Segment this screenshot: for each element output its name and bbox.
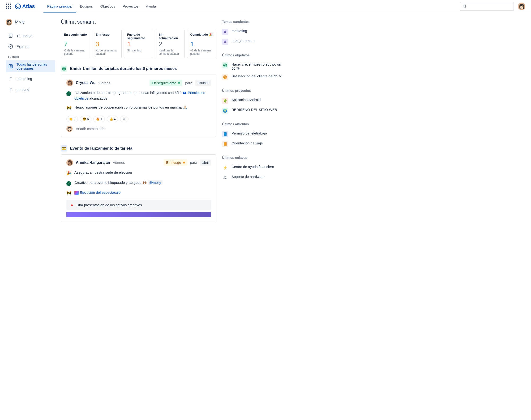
- search-input[interactable]: [460, 2, 514, 11]
- header-left: Atlas Página principal Equipos Objetivos…: [6, 0, 160, 13]
- nav-projects[interactable]: Proyectos: [119, 0, 142, 13]
- sidebar-user[interactable]: 👩🏻 Molly: [6, 19, 55, 26]
- hot-topic-label: trabajo-remoto: [231, 39, 255, 43]
- feed-section-head[interactable]: 💳 Evento de lanzamiento de tarjeta: [61, 145, 216, 151]
- feed-icon: [8, 64, 13, 69]
- update-line: 🎉Asegurada nuestra sede de elección: [66, 170, 211, 177]
- goal-item[interactable]: Satisfacción del cliente del 95 %: [222, 72, 283, 82]
- item-icon: ⚡: [222, 165, 228, 171]
- hash-icon: #: [8, 87, 13, 92]
- nav-home[interactable]: Página principal: [44, 0, 76, 13]
- nav-goals[interactable]: Objetivos: [97, 0, 119, 13]
- main-content: Última semana En seguimiento 7 -2 de la …: [61, 19, 216, 231]
- stats-row: En seguimiento 7 -2 de la semana pasadaE…: [61, 30, 216, 58]
- sidebar-tag-marketing[interactable]: # marketing: [6, 74, 55, 83]
- inline-link[interactable]: Ejecución del espectáculo: [80, 190, 120, 195]
- atlas-logo-icon: [15, 3, 21, 9]
- comment-input-row[interactable]: 👩🏻Añadir comentario: [66, 126, 211, 132]
- stat-card[interactable]: En seguimiento 7 -2 de la semana pasada: [61, 30, 90, 58]
- goal-item[interactable]: Hacer crecer nuestro equipo un 50 %: [222, 60, 283, 72]
- sidebar-all-following[interactable]: Todas las personas que sigues: [6, 60, 55, 72]
- latest-links-title: Últimos enlaces: [222, 156, 283, 160]
- reaction-button[interactable]: 👍 4: [107, 116, 118, 122]
- section-title: Emitir 1 millón de tarjetas durante los …: [70, 66, 177, 71]
- sidebar: 👩🏻 Molly Tu trabajo Explorar Fuentes Tod…: [6, 19, 55, 231]
- sidebar-item-label: Tu trabajo: [16, 34, 32, 38]
- reaction-button[interactable]: 😎 6: [80, 116, 91, 122]
- inline-link[interactable]: Principales objetivos: [74, 90, 205, 100]
- stat-delta: +1 de la semana pasada: [190, 49, 213, 55]
- svg-point-0: [463, 5, 466, 7]
- reaction-button[interactable]: ☺: [120, 116, 128, 122]
- stat-card[interactable]: Completado 🎉 1 +1 de la semana pasada: [187, 30, 216, 58]
- target-icon: [222, 74, 228, 80]
- svg-point-15: [62, 67, 66, 70]
- user-avatar[interactable]: 👩🏻: [518, 3, 525, 10]
- compass-icon: [8, 44, 13, 49]
- stat-number: 1: [190, 41, 213, 47]
- item-icon: 🌵: [222, 98, 228, 104]
- right-list-item[interactable]: 🌍REDISEÑO DEL SITIO WEB: [222, 106, 283, 116]
- update-line: ✓Lanzamiento de nuestro programa de pers…: [66, 90, 211, 101]
- stat-label: En riesgo: [96, 33, 119, 40]
- page-title: Última semana: [61, 19, 216, 25]
- comment-placeholder: Añadir comentario: [76, 127, 105, 131]
- right-list-item[interactable]: ⚡Centro de ayuda financiero: [222, 163, 283, 173]
- author-avatar[interactable]: 👩🏽: [66, 79, 73, 86]
- nav-help[interactable]: Ayuda: [142, 0, 160, 13]
- right-list-item[interactable]: ⁂Soporte de hardware: [222, 173, 283, 183]
- item-label: Aplicación Android: [231, 98, 260, 102]
- sidebar-tag-portland[interactable]: # portland: [6, 85, 55, 94]
- stat-label: En seguimiento: [64, 33, 87, 40]
- author-avatar[interactable]: 👩🏽: [66, 159, 73, 166]
- search-field[interactable]: [468, 5, 511, 8]
- right-list-item[interactable]: 📘Permiso de teletrabajo: [222, 129, 283, 139]
- author-name[interactable]: Crystal Wu: [76, 81, 96, 85]
- hot-topic-item[interactable]: #marketing: [222, 27, 283, 37]
- stat-card[interactable]: Sin actualización 2 Igual que la semana …: [156, 30, 185, 58]
- right-list-item[interactable]: 📙Orientación de viaje: [222, 139, 283, 149]
- brand-name: Atlas: [22, 3, 35, 9]
- attachment[interactable]: 🔺Una presentación de los activos creativ…: [66, 200, 211, 210]
- atlas-logo[interactable]: Atlas: [15, 3, 35, 9]
- reaction-button[interactable]: 👏 6: [66, 116, 78, 122]
- stat-number: 7: [64, 41, 87, 47]
- emoji-icon: 🚧: [66, 191, 72, 195]
- stat-card[interactable]: En riesgo 3 +1 de la semana pasada: [93, 30, 122, 58]
- clipboard-icon: [8, 33, 13, 38]
- right-list-item[interactable]: 🌵Aplicación Android: [222, 96, 283, 106]
- item-label: Soporte de hardware: [231, 175, 265, 179]
- stat-number: 1: [127, 41, 150, 47]
- check-icon: ✓: [66, 181, 71, 186]
- sidebar-sources-label: Fuentes: [8, 55, 55, 59]
- search-icon: [463, 4, 467, 9]
- reactions-row: 👏 6😎 6🔥 1👍 4☺: [66, 116, 211, 122]
- hot-topic-item[interactable]: #trabajo-remoto: [222, 37, 283, 47]
- svg-point-23: [225, 76, 226, 78]
- mention[interactable]: @molly: [148, 180, 162, 185]
- reaction-button[interactable]: 🔥 1: [93, 116, 105, 122]
- emoji-icon: 🚧: [66, 105, 72, 110]
- update-card: 👩🏽 Annika Rangarajan Viernes En riesgo p…: [61, 154, 216, 222]
- stat-card[interactable]: Fuera de seguimiento 1 Sin cambio: [124, 30, 153, 58]
- status-pill: En riesgo: [164, 159, 187, 166]
- nav-teams[interactable]: Equipos: [76, 0, 97, 13]
- hash-icon: #: [222, 29, 228, 35]
- target-icon: [222, 62, 228, 68]
- section-title: Evento de lanzamiento de tarjeta: [70, 146, 132, 151]
- app-switcher-icon[interactable]: [6, 3, 11, 9]
- stat-number: 3: [96, 41, 119, 47]
- sidebar-your-work[interactable]: Tu trabajo: [6, 31, 55, 40]
- figma-icon: [74, 191, 79, 195]
- hash-icon: #: [222, 39, 228, 45]
- svg-line-1: [465, 7, 466, 8]
- card-header: 👩🏽 Annika Rangarajan Viernes En riesgo p…: [66, 159, 211, 166]
- feed-section-head[interactable]: Emitir 1 millón de tarjetas durante los …: [61, 66, 216, 72]
- goal-label: Hacer crecer nuestro equipo un 50 %: [231, 62, 283, 70]
- svg-point-22: [224, 75, 227, 79]
- item-label: Permiso de teletrabajo: [231, 131, 267, 135]
- primary-nav: Página principal Equipos Objetivos Proye…: [44, 0, 160, 13]
- author-name[interactable]: Annika Rangarajan: [76, 160, 110, 165]
- sidebar-explore[interactable]: Explorar: [6, 42, 55, 51]
- update-day: Viernes: [98, 81, 110, 85]
